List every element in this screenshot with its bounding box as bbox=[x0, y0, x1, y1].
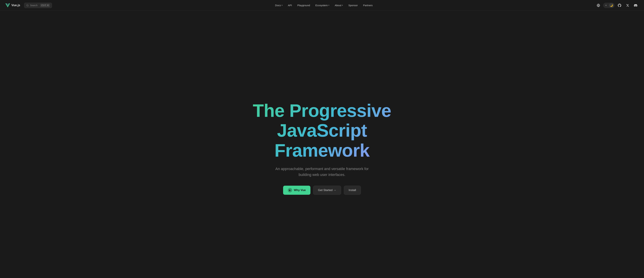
nav-item-playground[interactable]: Playground bbox=[295, 3, 312, 8]
get-started-button[interactable]: Get Started → bbox=[313, 186, 341, 195]
navbar-right: ☀ 🌙 bbox=[596, 2, 639, 9]
language-button[interactable] bbox=[596, 3, 601, 8]
why-vue-button[interactable]: ▶ Why Vue bbox=[283, 186, 310, 195]
hero-title: The Progressive JavaScript Framework bbox=[238, 101, 406, 160]
docs-chevron-icon: ▾ bbox=[282, 4, 282, 6]
twitter-x-icon bbox=[626, 4, 629, 7]
install-button[interactable]: Install bbox=[344, 186, 361, 195]
search-shortcut: Ctrl K bbox=[40, 4, 50, 7]
navbar-left: Vue.js Search Ctrl K bbox=[5, 3, 52, 8]
github-button[interactable] bbox=[616, 2, 622, 9]
moon-theme-button[interactable]: 🌙 bbox=[609, 3, 614, 8]
vue-logo-icon bbox=[5, 3, 10, 8]
nav-item-partners[interactable]: Partners bbox=[361, 3, 375, 8]
ecosystem-chevron-icon: ▾ bbox=[328, 4, 330, 6]
brand-name: Vue.js bbox=[12, 4, 20, 7]
hero-buttons: ▶ Why Vue Get Started → Install bbox=[283, 186, 361, 195]
nav-item-docs[interactable]: Docs ▾ bbox=[273, 3, 285, 8]
search-placeholder: Search bbox=[30, 4, 38, 7]
search-bar[interactable]: Search Ctrl K bbox=[24, 3, 52, 8]
nav-item-about[interactable]: About ▾ bbox=[332, 3, 345, 8]
twitter-x-button[interactable] bbox=[624, 2, 630, 9]
hero-section: The Progressive JavaScript Framework An … bbox=[0, 11, 644, 278]
logo-link[interactable]: Vue.js bbox=[5, 3, 20, 8]
play-icon: ▶ bbox=[288, 188, 292, 192]
navbar: Vue.js Search Ctrl K Docs ▾ API Playgrou… bbox=[0, 0, 644, 11]
nav-item-api[interactable]: API bbox=[286, 3, 294, 8]
nav-item-ecosystem[interactable]: Ecosystem ▾ bbox=[313, 3, 332, 8]
github-icon bbox=[618, 4, 621, 7]
search-icon bbox=[26, 4, 29, 7]
translate-icon bbox=[597, 4, 600, 7]
discord-button[interactable] bbox=[632, 2, 639, 9]
discord-icon bbox=[634, 4, 637, 7]
navbar-center: Docs ▾ API Playground Ecosystem ▾ About … bbox=[273, 3, 375, 8]
hero-subtitle: An approachable, performant and versatil… bbox=[272, 166, 372, 178]
svg-line-1 bbox=[28, 6, 28, 6]
svg-point-0 bbox=[27, 4, 28, 6]
about-chevron-icon: ▾ bbox=[342, 4, 343, 6]
sun-theme-button[interactable]: ☀ bbox=[604, 3, 608, 8]
theme-toggle[interactable]: ☀ 🌙 bbox=[603, 3, 614, 8]
nav-item-sponsor[interactable]: Sponsor bbox=[346, 3, 360, 8]
